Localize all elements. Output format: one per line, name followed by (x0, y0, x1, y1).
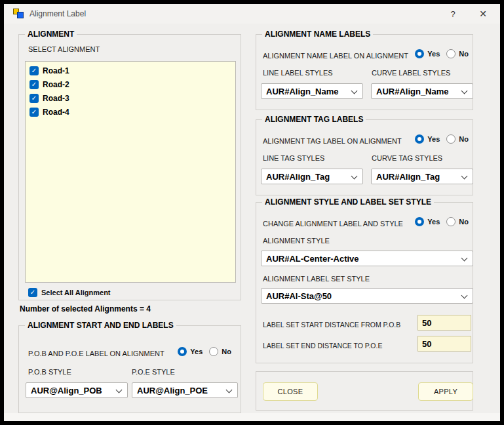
change-style-yes-option[interactable]: Yes (415, 217, 440, 226)
alignment-group: ALIGNMENT SELECT ALIGNMENT ✓ Road-1 ✓ Ro… (18, 34, 241, 300)
list-item-road-2[interactable]: ✓ Road-2 (26, 77, 235, 91)
no-label: No (459, 50, 469, 58)
checked-checkbox-icon[interactable]: ✓ (29, 66, 39, 75)
apply-button[interactable]: APPLY (418, 382, 473, 401)
alignment-item-label: Road-2 (43, 80, 69, 89)
pob-poe-no-option[interactable]: No (209, 347, 231, 356)
line-tag-style-value: AUR#Align_Tag (266, 172, 330, 182)
poe-style-select[interactable]: AUR@Align_POE (132, 382, 238, 398)
line-label-style-select[interactable]: AUR#Align_Name (261, 83, 363, 99)
alignment-group-title: ALIGNMENT (25, 30, 77, 39)
radio-selected-icon (415, 134, 424, 144)
radio-unselected-icon (446, 134, 456, 144)
radio-unselected-icon (446, 217, 456, 226)
radio-unselected-icon (209, 347, 218, 356)
chevron-down-icon (461, 88, 468, 94)
select-all-alignment-checkbox[interactable]: ✓ Select All Alignment (28, 288, 111, 297)
app-icon (13, 9, 24, 19)
line-label-styles-label: LINE LABEL STYLES (263, 69, 333, 77)
tag-label-yes-option[interactable]: Yes (415, 134, 440, 144)
radio-selected-icon (415, 217, 424, 226)
no-label: No (222, 348, 231, 355)
pob-poe-question-label: P.O.B AND P.O.E LABEL ON ALIGNMENT (28, 350, 165, 357)
label-set-style-label: ALIGNMENT LABEL SET STYLE (263, 275, 370, 283)
dialog-body: ALIGNMENT SELECT ALIGNMENT ✓ Road-1 ✓ Ro… (4, 24, 500, 421)
check-icon: ✓ (31, 108, 37, 115)
pob-poe-yes-option[interactable]: Yes (178, 347, 203, 356)
curve-label-styles-label: CURVE LABEL STYLES (372, 69, 450, 77)
line-label-style-value: AUR#Align_Name (266, 87, 339, 96)
change-style-radio-group: Yes No (408, 217, 469, 226)
list-item-road-3[interactable]: ✓ Road-3 (26, 91, 235, 105)
select-alignment-label: SELECT ALIGNMENT (28, 45, 100, 53)
pob-poe-radio-group: Yes No (171, 347, 231, 356)
check-icon: ✓ (30, 289, 35, 296)
style-group-title: ALIGNMENT STYLE AND LABEL SET STYLE (262, 197, 434, 207)
radio-unselected-icon (446, 49, 456, 58)
start-distance-input[interactable] (417, 315, 471, 331)
curve-tag-style-select[interactable]: AUR#Align_Tag (371, 169, 473, 184)
chevron-down-icon (226, 387, 233, 394)
name-label-yes-option[interactable]: Yes (415, 49, 440, 58)
action-buttons-panel: CLOSE APPLY (256, 371, 473, 411)
alignment-tag-labels-group: ALIGNMENT TAG LABELS ALIGNMENT TAG LABEL… (256, 119, 473, 195)
alignment-style-value: AUR#AL-Center-Active (266, 254, 359, 264)
no-label: No (459, 135, 469, 143)
select-all-alignment-label: Select All Alignment (41, 289, 111, 296)
alignment-item-label: Road-3 (43, 94, 69, 103)
checked-checkbox-icon[interactable]: ✓ (29, 80, 39, 89)
check-icon: ✓ (31, 81, 37, 88)
start-end-group-title: ALIGNMENT START AND END LABELS (25, 321, 176, 330)
radio-selected-icon (415, 49, 424, 58)
name-label-no-option[interactable]: No (446, 49, 469, 58)
chevron-down-icon (461, 255, 468, 262)
no-label: No (459, 218, 469, 226)
chevron-down-icon (461, 293, 468, 299)
check-icon: ✓ (31, 94, 37, 102)
chevron-down-icon (116, 387, 123, 394)
titlebar: Alignment Label ? ✕ (4, 4, 500, 24)
yes-label: Yes (427, 135, 440, 143)
curve-label-style-select[interactable]: AUR#Align_Name (371, 83, 473, 99)
pob-style-value: AUR@Align_POB (31, 386, 102, 395)
alignment-item-label: Road-1 (43, 66, 69, 75)
start-distance-label: LABEL SET START DISTANCE FROM P.O.B (263, 321, 400, 329)
alignment-style-select[interactable]: AUR#AL-Center-Active (261, 251, 473, 266)
name-label-question: ALIGNMENT NAME LABEL ON ALIGNMENT (263, 52, 408, 60)
poe-style-value: AUR@Align_POE (137, 386, 208, 395)
tag-labels-group-title: ALIGNMENT TAG LABELS (262, 115, 366, 124)
alignment-label-dialog: Alignment Label ? ✕ ALIGNMENT SELECT ALI… (4, 4, 500, 421)
window-title: Alignment Label (29, 9, 86, 18)
checked-checkbox-icon[interactable]: ✓ (29, 94, 39, 103)
checked-checkbox-icon[interactable]: ✓ (29, 108, 39, 117)
line-tag-styles-label: LINE TAG STYLES (263, 154, 324, 162)
curve-label-style-value: AUR#Align_Name (376, 87, 449, 96)
alignment-style-label: ALIGNMENT STYLE (263, 237, 330, 245)
label-set-style-value: AUR#Al-Sta@50 (266, 291, 332, 301)
line-tag-style-select[interactable]: AUR#Align_Tag (261, 169, 363, 184)
checked-checkbox-icon: ✓ (28, 288, 37, 297)
label-set-style-select[interactable]: AUR#Al-Sta@50 (261, 288, 473, 304)
close-button[interactable]: CLOSE (263, 382, 318, 401)
tag-label-no-option[interactable]: No (446, 134, 469, 144)
list-item-road-1[interactable]: ✓ Road-1 (26, 64, 235, 77)
chevron-down-icon (351, 173, 358, 180)
change-style-question: CHANGE ALIGNMENT LABEL AND STYLE (263, 220, 403, 228)
list-item-road-4[interactable]: ✓ Road-4 (26, 105, 235, 119)
check-icon: ✓ (31, 67, 37, 74)
change-style-no-option[interactable]: No (446, 217, 469, 226)
alignment-style-group: ALIGNMENT STYLE AND LABEL SET STYLE CHAN… (256, 202, 473, 363)
end-distance-input[interactable] (417, 336, 471, 352)
name-label-radio-group: Yes No (408, 49, 469, 58)
help-button[interactable]: ? (438, 4, 467, 24)
pob-style-select[interactable]: AUR@Align_POB (26, 382, 128, 398)
yes-label: Yes (427, 50, 440, 58)
alignment-name-labels-group: ALIGNMENT NAME LABELS ALIGNMENT NAME LAB… (256, 34, 473, 110)
close-window-button[interactable]: ✕ (469, 4, 497, 24)
dialog-bottom-strip (4, 413, 500, 421)
tag-label-radio-group: Yes No (408, 134, 469, 144)
tag-label-question: ALIGNMENT TAG LABEL ON ALIGNMENT (263, 137, 402, 145)
yes-label: Yes (190, 348, 203, 355)
chevron-down-icon (461, 173, 468, 180)
radio-selected-icon (178, 347, 187, 356)
